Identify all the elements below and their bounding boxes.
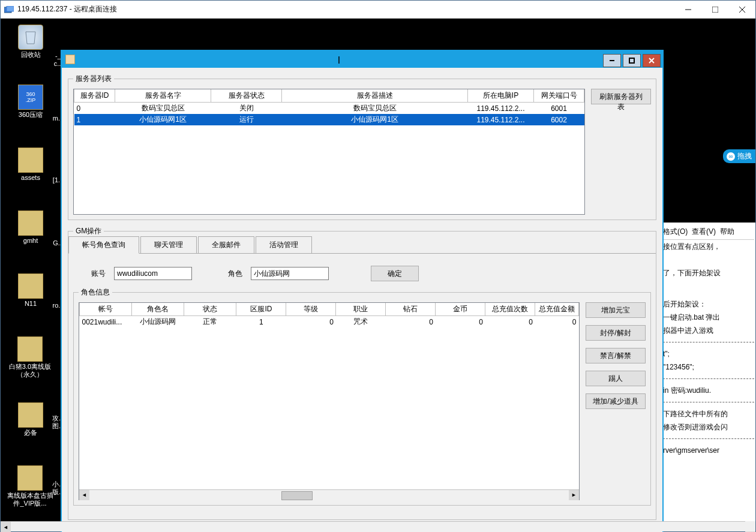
server-row[interactable]: 0 数码宝贝总区 关闭 数码宝贝总区 119.45.112.2... 6001 — [74, 103, 584, 115]
folder-icon — [18, 211, 43, 236]
notepad-line: 接位置有点区别， — [663, 240, 754, 253]
desktop-icon-must[interactable]: 必备 — [8, 402, 53, 437]
close-button[interactable] — [728, 1, 755, 18]
maximize-button[interactable] — [623, 54, 641, 67]
mute-unmute-button[interactable]: 禁言/解禁 — [586, 348, 646, 363]
gm-body: 服务器列表 服务器ID 服务器名字 服务器状态 服务器描 — [62, 68, 662, 532]
server-row-selected[interactable]: 1 小仙源码网1区 运行 小仙源码网1区 119.45.112.2... 600… — [74, 114, 584, 125]
add-remove-item-button[interactable]: 增加/减少道具 — [586, 393, 646, 409]
folder-icon — [17, 336, 43, 362]
svg-rect-3 — [712, 7, 718, 13]
link-icon: ∞ — [727, 152, 735, 161]
desktop-icon-zip[interactable]: 360.ZIP 360压缩 — [8, 85, 53, 119]
maximize-button[interactable] — [701, 1, 728, 18]
col-server-name[interactable]: 服务器名字 — [115, 89, 211, 103]
rdp-titlebar[interactable]: 119.45.112.237 - 远程桌面连接 — [1, 1, 755, 19]
gm-titlebar[interactable]: | — [62, 51, 662, 68]
account-label: 账号 — [91, 269, 106, 279]
col-job[interactable]: 职业 — [336, 303, 386, 316]
desktop-icon-offline[interactable]: 离线版本盘古插件_VIP版... — [4, 465, 56, 507]
minimize-button[interactable] — [603, 54, 621, 67]
menu-format[interactable]: 格式(O) — [663, 227, 688, 236]
menu-view[interactable]: 查看(V) — [692, 227, 716, 236]
scroll-left-icon[interactable]: ◄ — [79, 490, 89, 500]
desktop-icon-strip: 回收站 360.ZIP 360压缩 assets gmht N11 白猪3.0离… — [1, 19, 67, 531]
rdp-hscrollbar[interactable]: ◄ ► — [1, 521, 755, 531]
col-server-id[interactable]: 服务器ID — [74, 89, 115, 103]
desktop-icon-recycle[interactable]: 回收站 — [8, 25, 53, 59]
server-table[interactable]: 服务器ID 服务器名字 服务器状态 服务器描述 所在电脑IP 网关端口号 — [73, 89, 585, 215]
folder-icon — [18, 273, 43, 299]
tab-account-role[interactable]: 帐号角色查询 — [68, 236, 139, 254]
svg-rect-1 — [7, 6, 14, 11]
col-account[interactable]: 帐号 — [80, 303, 132, 316]
tab-chat[interactable]: 聊天管理 — [140, 236, 197, 253]
ban-unban-button[interactable]: 封停/解封 — [586, 325, 646, 341]
refresh-server-list-button[interactable]: 刷新服务器列表 — [591, 89, 651, 104]
notepad-line: 修改否则进游戏会闪 — [663, 420, 754, 434]
svg-rect-7 — [629, 58, 634, 63]
scroll-track[interactable] — [11, 522, 745, 531]
col-role-name[interactable]: 角色名 — [132, 303, 184, 316]
notepad-line: rver\gmserver\ser — [663, 444, 754, 457]
col-level[interactable]: 等级 — [286, 303, 336, 316]
server-table-header: 服务器ID 服务器名字 服务器状态 服务器描述 所在电脑IP 网关端口号 — [74, 89, 584, 103]
remote-desktop-body: 回收站 360.ZIP 360压缩 assets gmht N11 白猪3.0离… — [1, 19, 755, 531]
tab-strip: 帐号角色查询 聊天管理 全服邮件 活动管理 — [68, 236, 656, 254]
folder-icon — [18, 148, 43, 173]
rdp-title: 119.45.112.237 - 远程桌面连接 — [17, 4, 674, 14]
role-row[interactable]: 0021wudili... 小仙源码网 正常 1 0 咒术 0 0 — [80, 316, 579, 328]
role-table[interactable]: 帐号 角色名 状态 区服ID 等级 职业 钻石 金币 — [79, 302, 580, 500]
col-status[interactable]: 状态 — [184, 303, 236, 316]
account-input[interactable] — [114, 267, 192, 280]
role-input[interactable] — [251, 267, 329, 280]
tab-mail[interactable]: 全服邮件 — [198, 236, 254, 253]
desktop-icon-gmht[interactable]: gmht — [8, 211, 53, 245]
desktop-icon-assets[interactable]: assets — [8, 148, 53, 182]
col-server-desc[interactable]: 服务器描述 — [282, 89, 468, 103]
notepad-line: 后开始架设： — [663, 297, 754, 311]
desktop-icon-n11[interactable]: N11 — [8, 273, 53, 308]
desktop-icon-pig[interactable]: 白猪3.0离线版（永久） — [4, 336, 56, 378]
minimize-button[interactable] — [674, 1, 701, 18]
col-recharge-count[interactable]: 总充值次数 — [485, 303, 535, 316]
col-server-port[interactable]: 网关端口号 — [534, 89, 584, 103]
gm-window-controls — [603, 52, 662, 67]
tab-activity[interactable]: 活动管理 — [256, 236, 312, 253]
background-notepad: 格式(O) 查看(V) 帮助 接位置有点区别， 了，下面开始架设 后开始架设： … — [662, 223, 755, 522]
gm-ops-legend: GM操作 — [73, 226, 104, 236]
menu-help[interactable]: 帮助 — [720, 227, 734, 236]
server-list-group: 服务器列表 服务器ID 服务器名字 服务器状态 服务器描 — [68, 74, 656, 220]
notepad-line: "123456"; — [663, 360, 754, 374]
col-recharge-amount[interactable]: 总充值金额 — [535, 303, 579, 316]
rdp-icon — [4, 6, 14, 13]
folder-icon — [18, 402, 43, 428]
scroll-right-icon[interactable]: ► — [569, 490, 579, 500]
col-zone[interactable]: 区服ID — [236, 303, 286, 316]
notepad-line: t"; — [663, 347, 754, 360]
notepad-line: 了，下面开始架设 — [663, 266, 754, 279]
col-server-status[interactable]: 服务器状态 — [211, 89, 282, 103]
notepad-line: 一键启动.bat 弹出 — [663, 311, 754, 324]
query-row: 账号 角色 确定 — [73, 260, 651, 287]
col-gold[interactable]: 金币 — [436, 303, 485, 316]
app-icon — [65, 55, 75, 64]
server-list-legend: 服务器列表 — [73, 74, 114, 84]
role-info-group: 角色信息 帐号 — [73, 287, 651, 506]
close-button[interactable] — [643, 54, 661, 67]
role-info-legend: 角色信息 — [79, 287, 112, 297]
float-tag-label: 拖拽 — [737, 151, 752, 161]
confirm-button[interactable]: 确定 — [371, 266, 419, 281]
add-gold-button[interactable]: 增加元宝 — [586, 302, 646, 318]
kick-button[interactable]: 踢人 — [586, 371, 646, 386]
role-hscrollbar[interactable]: ◄ ► — [79, 489, 579, 500]
float-drag-tag[interactable]: ∞ 拖拽 — [723, 149, 755, 163]
zip-icon: 360.ZIP — [18, 85, 43, 110]
role-table-header: 帐号 角色名 状态 区服ID 等级 职业 钻石 金币 — [80, 303, 579, 316]
rdp-window: 119.45.112.237 - 远程桌面连接 回收站 360.ZIP 360压… — [0, 0, 756, 532]
notepad-line: in 密码:wudiliu. — [663, 384, 754, 397]
col-diamond[interactable]: 钻石 — [386, 303, 436, 316]
scroll-left-icon[interactable]: ◄ — [1, 522, 11, 532]
col-server-ip[interactable]: 所在电脑IP — [468, 89, 534, 103]
scroll-thumb[interactable] — [89, 490, 569, 500]
